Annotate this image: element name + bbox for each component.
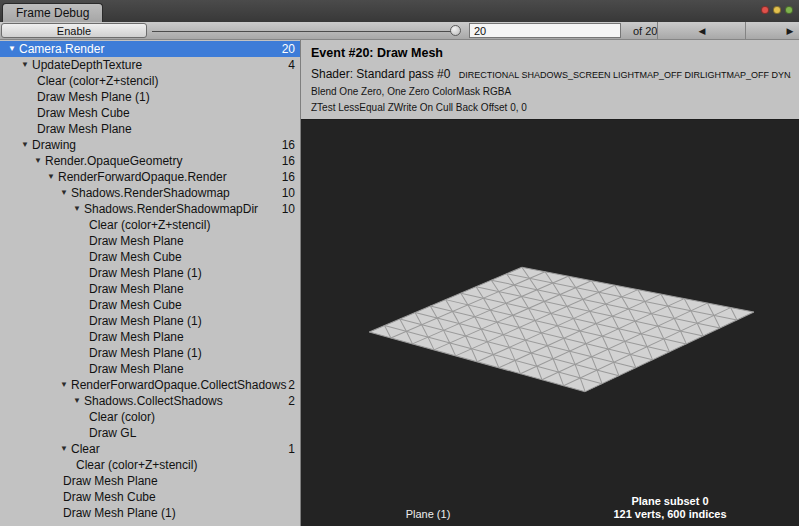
tree-row[interactable]: ▼RenderForwardOpaque.Render16 bbox=[0, 169, 300, 185]
tree-row-label: Draw Mesh Plane (1) bbox=[89, 346, 300, 360]
disclosure-triangle-icon[interactable]: ▼ bbox=[34, 153, 45, 169]
tree-row[interactable]: Draw Mesh Plane (1) bbox=[0, 345, 300, 361]
event-details-panel: Event #20: Draw Mesh Shader: Standard pa… bbox=[301, 40, 799, 526]
tree-row[interactable]: ▼UpdateDepthTexture4 bbox=[0, 57, 300, 73]
frame-slider[interactable] bbox=[150, 23, 462, 39]
tree-row-label: Clear (color+Z+stencil) bbox=[89, 218, 300, 232]
tree-row[interactable]: ▼RenderForwardOpaque.CollectShadows2 bbox=[0, 377, 300, 393]
tree-row[interactable]: Draw Mesh Plane bbox=[0, 473, 300, 489]
shader-info: Shader: Standard pass #0 DIRECTIONAL SHA… bbox=[311, 67, 791, 82]
slider-thumb[interactable] bbox=[450, 25, 461, 36]
tree-row-label: Draw Mesh Plane (1) bbox=[63, 506, 300, 520]
disclosure-triangle-icon[interactable]: ▼ bbox=[60, 185, 71, 201]
tree-row[interactable]: ▼Shadows.RenderShadowmap10 bbox=[0, 185, 300, 201]
tree-row[interactable]: ▼Shadows.RenderShadowmapDir10 bbox=[0, 201, 300, 217]
tree-row[interactable]: ▼Camera.Render20 bbox=[0, 41, 300, 57]
tree-row-label: Clear (color+Z+stencil) bbox=[37, 74, 300, 88]
tree-row-count: 16 bbox=[282, 154, 300, 168]
tree-row-label: Clear bbox=[71, 442, 288, 456]
tree-row-count: 10 bbox=[282, 202, 300, 216]
next-frame-button[interactable]: ▶ bbox=[745, 22, 799, 39]
tree-row-label: Render.OpaqueGeometry bbox=[45, 154, 282, 168]
disclosure-triangle-icon[interactable]: ▼ bbox=[60, 441, 71, 457]
disclosure-triangle-icon[interactable]: ▼ bbox=[73, 201, 84, 217]
mesh-stats: Plane subset 0 121 verts, 600 indices bbox=[590, 495, 750, 521]
frame-total-label: of 20 bbox=[633, 25, 657, 37]
tab-bar: Frame Debug bbox=[0, 0, 799, 22]
tab-frame-debug[interactable]: Frame Debug bbox=[2, 3, 103, 22]
tree-row[interactable]: ▼Drawing16 bbox=[0, 137, 300, 153]
window-control-close-icon[interactable] bbox=[761, 6, 769, 14]
tree-row-count: 4 bbox=[288, 58, 300, 72]
tree-row-label: Draw Mesh Plane bbox=[63, 474, 300, 488]
tree-row-label: Draw Mesh Plane bbox=[37, 122, 300, 136]
tree-row-label: Clear (color) bbox=[89, 410, 300, 424]
tree-row[interactable]: Draw Mesh Cube bbox=[0, 489, 300, 505]
tree-row[interactable]: Draw Mesh Cube bbox=[0, 105, 300, 121]
window-control-minimize-icon[interactable] bbox=[773, 6, 781, 14]
tree-row[interactable]: Draw Mesh Plane bbox=[0, 121, 300, 137]
tree-row-label: RenderForwardOpaque.CollectShadows bbox=[71, 378, 288, 392]
frame-debug-window: Frame Debug Enable of 20 ◀ ▶ ▼Camera.Ren… bbox=[0, 0, 799, 526]
tree-row-label: Draw Mesh Plane (1) bbox=[37, 90, 300, 104]
enable-button[interactable]: Enable bbox=[1, 23, 147, 38]
tree-row-label: Draw Mesh Plane (1) bbox=[89, 314, 300, 328]
tree-row-label: Clear (color+Z+stencil) bbox=[76, 458, 300, 472]
tree-row[interactable]: Draw GL bbox=[0, 425, 300, 441]
tree-row[interactable]: Draw Mesh Plane (1) bbox=[0, 265, 300, 281]
shader-name-label: Shader: Standard pass #0 bbox=[311, 67, 450, 81]
tree-row[interactable]: Draw Mesh Plane (1) bbox=[0, 505, 300, 521]
tree-row[interactable]: Draw Mesh Plane bbox=[0, 329, 300, 345]
tree-row[interactable]: Draw Mesh Plane bbox=[0, 233, 300, 249]
tree-row[interactable]: Draw Mesh Plane bbox=[0, 281, 300, 297]
mesh-verts-label: 121 verts, 600 indices bbox=[590, 508, 750, 521]
disclosure-triangle-icon[interactable]: ▼ bbox=[73, 393, 84, 409]
mesh-name-label: Plane (1) bbox=[348, 508, 508, 520]
tree-row-count: 10 bbox=[282, 186, 300, 200]
toolbar: Enable of 20 ◀ ▶ bbox=[0, 22, 799, 40]
tree-row[interactable]: ▼Render.OpaqueGeometry16 bbox=[0, 153, 300, 169]
ztest-info-label: ZTest LessEqual ZWrite On Cull Back Offs… bbox=[311, 102, 791, 114]
tree-row[interactable]: Clear (color+Z+stencil) bbox=[0, 217, 300, 233]
left-arrow-icon: ◀ bbox=[699, 26, 706, 36]
tree-row-label: Shadows.CollectShadows bbox=[84, 394, 288, 408]
tree-row-label: Camera.Render bbox=[19, 42, 282, 56]
tree-row-label: Draw Mesh Cube bbox=[37, 106, 300, 120]
window-controls bbox=[761, 6, 793, 14]
tree-row[interactable]: Clear (color) bbox=[0, 409, 300, 425]
tree-row-label: Shadows.RenderShadowmapDir bbox=[84, 202, 282, 216]
shader-keywords-label: DIRECTIONAL SHADOWS_SCREEN LIGHTMAP_OFF … bbox=[459, 70, 791, 80]
event-title: Event #20: Draw Mesh bbox=[311, 46, 791, 60]
disclosure-triangle-icon[interactable]: ▼ bbox=[21, 137, 32, 153]
tree-row-label: Draw Mesh Plane bbox=[89, 362, 300, 376]
disclosure-triangle-icon[interactable]: ▼ bbox=[47, 169, 58, 185]
tree-row[interactable]: Draw Mesh Plane bbox=[0, 361, 300, 377]
tree-row[interactable]: Draw Mesh Plane (1) bbox=[0, 313, 300, 329]
window-control-maximize-icon[interactable] bbox=[785, 6, 793, 14]
frame-number-input[interactable] bbox=[469, 23, 621, 38]
right-arrow-icon: ▶ bbox=[787, 26, 794, 36]
tree-row-label: Draw Mesh Cube bbox=[63, 490, 300, 504]
tree-row-label: Drawing bbox=[32, 138, 282, 152]
disclosure-triangle-icon[interactable]: ▼ bbox=[21, 57, 32, 73]
tree-row-label: Shadows.RenderShadowmap bbox=[71, 186, 282, 200]
mesh-preview[interactable]: Plane (1) Plane subset 0 121 verts, 600 … bbox=[301, 119, 799, 526]
disclosure-triangle-icon[interactable]: ▼ bbox=[8, 41, 19, 57]
tab-title: Frame Debug bbox=[16, 6, 89, 20]
prev-frame-button[interactable]: ◀ bbox=[657, 22, 745, 39]
tree-row-label: UpdateDepthTexture bbox=[32, 58, 288, 72]
tree-row[interactable]: Clear (color+Z+stencil) bbox=[0, 73, 300, 89]
tree-row-count: 2 bbox=[288, 394, 300, 408]
tree-row-label: Draw Mesh Plane bbox=[89, 234, 300, 248]
disclosure-triangle-icon[interactable]: ▼ bbox=[60, 377, 71, 393]
tree-row[interactable]: Clear (color+Z+stencil) bbox=[0, 457, 300, 473]
tree-row-label: Draw GL bbox=[89, 426, 300, 440]
tree-row[interactable]: ▼Shadows.CollectShadows2 bbox=[0, 393, 300, 409]
event-tree: ▼Camera.Render20▼UpdateDepthTexture4Clea… bbox=[0, 40, 301, 526]
tree-row-label: Draw Mesh Plane bbox=[89, 282, 300, 296]
tree-row[interactable]: Draw Mesh Cube bbox=[0, 249, 300, 265]
tree-row[interactable]: ▼Clear1 bbox=[0, 441, 300, 457]
blend-info-label: Blend One Zero, One Zero ColorMask RGBA bbox=[311, 86, 791, 98]
tree-row[interactable]: Draw Mesh Plane (1) bbox=[0, 89, 300, 105]
tree-row[interactable]: Draw Mesh Cube bbox=[0, 297, 300, 313]
